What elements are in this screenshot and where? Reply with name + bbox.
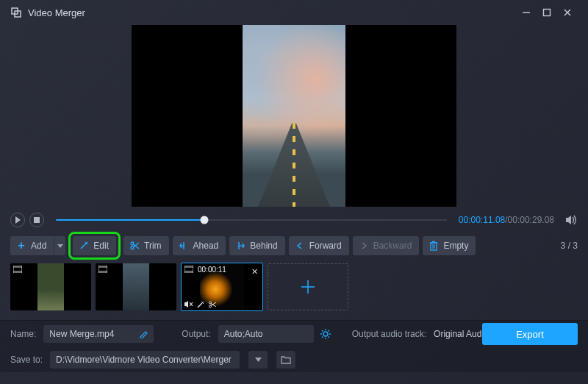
svg-marker-6 <box>15 216 21 224</box>
film-icon <box>184 266 193 273</box>
trim-icon[interactable] <box>208 300 217 309</box>
gear-icon[interactable] <box>320 328 331 340</box>
output-format-field[interactable]: Auto;Auto <box>218 325 314 343</box>
minimize-button[interactable] <box>516 4 537 21</box>
forward-label: Forward <box>309 241 342 251</box>
maximize-button[interactable] <box>537 4 557 21</box>
timecode-display: 00:00:11.08/00:00:29.08 <box>459 215 554 225</box>
remove-clip-button[interactable]: ✕ <box>248 266 260 277</box>
backward-icon <box>359 241 369 250</box>
play-button[interactable] <box>10 213 25 227</box>
forward-button[interactable]: Forward <box>289 236 349 255</box>
video-preview-area <box>0 25 588 207</box>
audio-track-value: Original Audio <box>434 329 489 339</box>
svg-rect-18 <box>431 243 437 250</box>
trim-label: Trim <box>144 241 162 251</box>
ahead-label: Ahead <box>193 241 219 251</box>
backward-label: Backward <box>373 241 412 251</box>
clip-strip: 00:00:11 ✕ <box>0 263 588 320</box>
svg-rect-7 <box>34 217 40 223</box>
forward-icon <box>295 241 305 250</box>
film-icon <box>13 266 22 273</box>
svg-rect-3 <box>544 10 551 16</box>
svg-marker-32 <box>184 301 188 307</box>
svg-line-46 <box>322 330 323 332</box>
clip-mini-tools <box>184 300 217 309</box>
saveto-label: Save to: <box>10 355 43 365</box>
add-button[interactable]: + Add <box>10 236 54 255</box>
svg-marker-51 <box>255 358 262 362</box>
saveto-dropdown[interactable] <box>248 351 268 369</box>
empty-label: Empty <box>443 241 468 251</box>
trim-button[interactable]: Trim <box>123 236 169 255</box>
svg-line-49 <box>322 337 323 338</box>
clip-thumbnail-selected[interactable]: 00:00:11 ✕ <box>181 263 263 311</box>
pencil-icon[interactable] <box>139 330 148 338</box>
move-ahead-icon <box>179 241 189 251</box>
add-dropdown[interactable] <box>54 236 65 255</box>
scissors-icon <box>129 241 140 251</box>
name-field[interactable]: New Merge.mp4 <box>43 325 154 343</box>
volume-icon[interactable] <box>566 215 578 225</box>
edit-icon[interactable] <box>196 300 205 309</box>
current-time: 00:00:11.08 <box>459 215 505 225</box>
video-preview[interactable] <box>132 25 456 207</box>
svg-line-48 <box>328 330 329 332</box>
behind-button[interactable]: Behind <box>229 236 284 255</box>
clip-thumbnail[interactable] <box>96 263 176 310</box>
edit-toolbar: + Add Edit Trim Ahead Behind <box>0 232 588 263</box>
svg-marker-8 <box>566 216 571 224</box>
svg-point-41 <box>323 332 328 336</box>
output-settings: Name: New Merge.mp4 Output: Auto;Auto Ou… <box>0 321 588 372</box>
video-frame <box>243 25 345 207</box>
stop-button[interactable] <box>29 213 44 227</box>
edit-label: Edit <box>93 241 109 251</box>
move-behind-icon <box>235 241 245 251</box>
edit-button[interactable]: Edit <box>73 236 116 255</box>
magic-wand-icon <box>79 241 89 251</box>
add-label: Add <box>31 241 46 251</box>
ahead-button[interactable]: Ahead <box>173 236 226 255</box>
film-icon <box>98 266 107 273</box>
total-time: 00:00:29.08 <box>508 215 554 225</box>
backward-button: Backward <box>353 236 420 255</box>
app-icon <box>10 7 22 18</box>
close-button[interactable] <box>557 4 578 21</box>
saveto-input[interactable] <box>56 355 234 365</box>
trash-icon <box>429 241 439 251</box>
empty-button[interactable]: Empty <box>423 236 476 255</box>
plus-icon: + <box>16 239 26 252</box>
output-filename: New Merge.mp4 <box>49 329 114 339</box>
clip-duration: 00:00:11 <box>198 266 226 274</box>
open-folder-button[interactable] <box>276 351 295 369</box>
app-title: Video Merger <box>28 7 85 18</box>
svg-line-47 <box>328 337 329 338</box>
saveto-field[interactable] <box>50 351 240 369</box>
title-bar: Video Merger <box>0 0 588 25</box>
add-clip-placeholder[interactable] <box>268 263 348 310</box>
export-button[interactable]: Export <box>482 323 578 345</box>
clip-thumbnail[interactable] <box>10 263 91 310</box>
edit-highlight-marker: Edit <box>68 232 121 260</box>
behind-label: Behind <box>250 241 277 251</box>
output-label: Output: <box>182 329 210 339</box>
playback-progress[interactable] <box>56 216 447 224</box>
svg-marker-9 <box>57 244 63 248</box>
playback-controls: 00:00:11.08/00:00:29.08 <box>0 207 588 232</box>
clip-counter: 3 / 3 <box>561 241 578 251</box>
output-format-value: Auto;Auto <box>224 329 263 339</box>
audio-track-label: Output audio track: <box>352 329 426 339</box>
name-label: Name: <box>10 329 36 339</box>
mute-icon[interactable] <box>184 300 193 309</box>
